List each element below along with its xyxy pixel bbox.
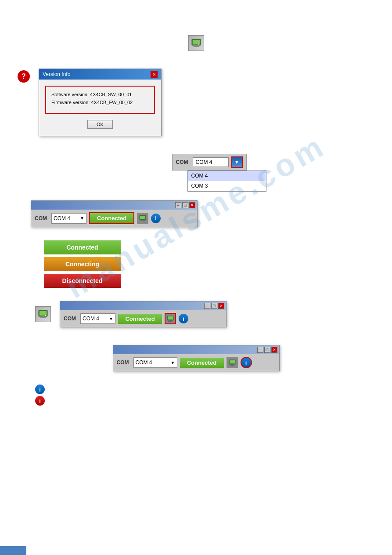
- svg-rect-20: [230, 365, 234, 366]
- svg-rect-1: [194, 45, 198, 46]
- monitor-svg: [191, 39, 201, 47]
- com-select-wrapper: COM 4: [193, 157, 229, 167]
- monitor-icon-highlighted: [167, 316, 174, 322]
- connect-icon-window-highlighted[interactable]: [165, 313, 176, 324]
- monitor-icon-small: [139, 215, 146, 221]
- svg-rect-6: [141, 220, 144, 221]
- version-dialog-title-text: Version Info: [43, 71, 70, 77]
- svg-rect-16: [168, 321, 173, 322]
- svg-point-13: [45, 315, 46, 316]
- minimize-btn-3[interactable]: −: [257, 347, 263, 353]
- info-icon-blue-label: i: [39, 386, 41, 393]
- com-value-display-3: COM 4 ▼: [133, 357, 177, 368]
- svg-rect-19: [231, 364, 234, 365]
- section-highlighted: − □ ✕ COM COM 4 ▼ Connected: [35, 301, 374, 327]
- info-icon-label-3: i: [245, 359, 247, 366]
- connected-button-1[interactable]: Connected: [89, 212, 134, 224]
- info-icon-blue[interactable]: i: [35, 385, 45, 394]
- com-value-text-3: COM 4: [136, 359, 152, 366]
- maximize-btn-3[interactable]: □: [264, 347, 270, 353]
- svg-rect-10: [41, 316, 45, 317]
- version-dialog-titlebar: Version Info ✕: [39, 69, 161, 80]
- com-option-3[interactable]: COM 3: [188, 181, 266, 191]
- version-dialog-footer: OK: [42, 117, 158, 133]
- com-label-3: COM: [64, 316, 76, 322]
- firmware-version-text: Firmware version: 4X4CB_FW_00_02: [51, 100, 149, 105]
- section-connect-icon: [18, 35, 374, 51]
- maximize-btn-1[interactable]: □: [182, 202, 188, 208]
- com-label-2: COM: [35, 215, 47, 221]
- monitor-svg-large: [38, 310, 48, 319]
- com-option-4[interactable]: COM 4: [188, 171, 266, 181]
- window-titlebar-3: − □ ✕: [113, 345, 279, 354]
- info-icon-red[interactable]: i: [35, 396, 45, 406]
- maximize-btn-2[interactable]: □: [211, 303, 217, 309]
- page-bottom-bar: [0, 546, 26, 555]
- svg-rect-17: [168, 316, 173, 319]
- info-icon-label-2: i: [183, 316, 184, 322]
- svg-rect-8: [140, 216, 145, 219]
- com-selector-bar: COM COM 4 ▼: [172, 154, 247, 170]
- minimize-btn-2[interactable]: −: [204, 303, 210, 309]
- info-icon-label-1: i: [155, 215, 157, 221]
- com-label-1: COM: [176, 159, 188, 165]
- com-value-text-2: COM 4: [83, 316, 99, 322]
- close-btn-3[interactable]: ✕: [271, 347, 277, 353]
- svg-rect-2: [194, 46, 199, 47]
- info-icon-1[interactable]: i: [151, 214, 161, 223]
- window-body-1: COM COM 4 ▼ Connected i: [31, 210, 197, 227]
- com-dropdown-list: COM 4 COM 3: [187, 170, 266, 192]
- svg-rect-21: [230, 360, 235, 363]
- com-label-4: COM: [117, 359, 129, 366]
- section-small-icons: i i: [35, 385, 374, 406]
- connection-window-3: − □ ✕ COM COM 4 ▼ Connected: [113, 345, 280, 371]
- connect-icon-top[interactable]: [188, 35, 204, 51]
- svg-point-4: [198, 44, 199, 45]
- monitor-icon-3: [229, 359, 236, 366]
- close-btn-2[interactable]: ✕: [218, 303, 224, 309]
- status-buttons-group: Connected Connecting Disconnected: [44, 240, 374, 288]
- svg-rect-7: [140, 221, 145, 221]
- com-value-arrow[interactable]: ▼: [80, 216, 84, 221]
- section-bottom-window: − □ ✕ COM COM 4 ▼ Connected: [18, 345, 374, 371]
- window-titlebar-1: − □ ✕: [31, 201, 197, 210]
- software-version-text: Software version: 4X4CB_SW_00_01: [51, 92, 149, 97]
- connect-icon-window[interactable]: [137, 213, 148, 224]
- window-body-3: COM COM 4 ▼ Connected i: [113, 354, 279, 371]
- minimize-btn-1[interactable]: −: [175, 202, 181, 208]
- disconnected-status-btn[interactable]: Disconnected: [44, 274, 121, 288]
- com-dropdown-arrow-btn[interactable]: ▼: [231, 156, 243, 168]
- window-titlebar-2: − □ ✕: [60, 301, 226, 310]
- svg-rect-12: [40, 311, 47, 316]
- connect-icon-window-3[interactable]: [227, 357, 238, 368]
- window-body-2: COM COM 4 ▼ Connected i: [60, 310, 226, 327]
- connect-icon-large[interactable]: [35, 306, 51, 322]
- com-current-value: COM 4: [193, 158, 228, 167]
- svg-rect-3: [193, 40, 200, 44]
- info-icon-red-label: i: [39, 398, 41, 404]
- close-btn-1[interactable]: ✕: [189, 202, 195, 208]
- help-icon[interactable]: ?: [18, 70, 30, 83]
- connection-window: − □ ✕ COM COM 4 ▼ Connected: [31, 200, 198, 227]
- info-icon-2[interactable]: i: [179, 314, 188, 323]
- version-dialog: Version Info ✕ Software version: 4X4CB_S…: [39, 69, 162, 136]
- connected-button-2[interactable]: Connected: [118, 314, 162, 324]
- com-value-arrow-2[interactable]: ▼: [109, 316, 113, 321]
- connected-button-3[interactable]: Connected: [180, 358, 224, 368]
- svg-rect-15: [169, 320, 172, 321]
- com-value-display-2: COM 4 ▼: [80, 313, 115, 324]
- info-icon-highlighted[interactable]: i: [241, 357, 252, 368]
- com-value-text: COM 4: [54, 215, 70, 221]
- section-version: ? Version Info ✕ Software version: 4X4CB…: [18, 69, 374, 136]
- connection-window-2: − □ ✕ COM COM 4 ▼ Connected: [60, 301, 227, 327]
- version-dialog-close-button[interactable]: ✕: [151, 71, 158, 78]
- connected-status-btn[interactable]: Connected: [44, 240, 121, 254]
- com-value-arrow-3[interactable]: ▼: [171, 360, 175, 365]
- version-ok-button[interactable]: OK: [87, 120, 113, 129]
- com-value-display: COM 4 ▼: [51, 213, 86, 224]
- version-dialog-body: Software version: 4X4CB_SW_00_01 Firmwar…: [45, 86, 155, 114]
- svg-rect-11: [40, 317, 46, 318]
- connecting-status-btn[interactable]: Connecting: [44, 257, 121, 271]
